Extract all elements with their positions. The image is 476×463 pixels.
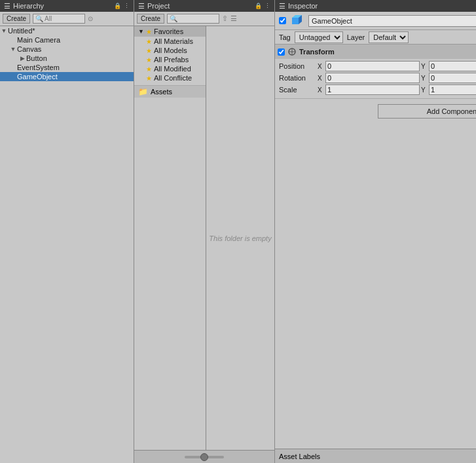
project-options-icon[interactable]: ⋮ bbox=[265, 3, 270, 9]
hierarchy-lock-toggle[interactable]: ⊙ bbox=[88, 15, 93, 22]
hierarchy-item-button[interactable]: ▶ Button bbox=[0, 54, 134, 63]
hierarchy-item-untitled[interactable]: ▼ Untitled* bbox=[0, 26, 134, 35]
inspector-title: Inspector bbox=[288, 2, 318, 10]
inspector-object-header: Static ▼ bbox=[275, 12, 476, 30]
hierarchy-search-icon: 🔍 bbox=[35, 15, 43, 22]
layer-select[interactable]: Default bbox=[369, 31, 409, 43]
favorites-item-4[interactable]: ★All Conflicte bbox=[134, 73, 206, 83]
assets-folder-icon: 📁 bbox=[138, 87, 148, 96]
hierarchy-panel: ☰ Hierarchy 🔒 ⋮ Create 🔍 ⊙ ▼ Untitled* bbox=[0, 0, 134, 463]
favorites-item-3[interactable]: ★All Modified bbox=[134, 64, 206, 73]
transform-title: Transform bbox=[299, 48, 335, 56]
label-canvas: Canvas bbox=[17, 45, 41, 53]
scale-x-input[interactable] bbox=[325, 84, 420, 95]
project-icon2[interactable]: ☰ bbox=[230, 14, 237, 23]
hierarchy-options-icon[interactable]: ⋮ bbox=[124, 3, 130, 9]
hierarchy-menu-icon[interactable]: ☰ bbox=[4, 2, 10, 10]
hierarchy-item-main-camera[interactable]: Main Camera bbox=[0, 35, 134, 45]
rotation-y-input[interactable] bbox=[429, 73, 476, 83]
scale-label: Scale bbox=[279, 86, 315, 94]
fav-star-4: ★ bbox=[146, 75, 152, 82]
svg-rect-0 bbox=[292, 18, 299, 24]
transform-active-checkbox[interactable] bbox=[278, 48, 285, 56]
assets-folder[interactable]: 📁 Assets bbox=[134, 85, 206, 98]
rotation-label: Rotation bbox=[279, 74, 315, 82]
favorites-item-0[interactable]: ★All Materials bbox=[134, 37, 206, 46]
inspector-menu-icon[interactable]: ☰ bbox=[279, 2, 285, 10]
label-main-camera: Main Camera bbox=[17, 36, 60, 44]
project-icon1[interactable]: ⇧ bbox=[222, 14, 228, 23]
rotation-y-label: Y bbox=[421, 75, 428, 82]
project-left-panel: ▼ ★ Favorites ★All Materials★All Models★… bbox=[134, 26, 206, 450]
hierarchy-lock-icon[interactable]: 🔒 bbox=[114, 3, 121, 9]
gameobject-active-checkbox[interactable] bbox=[279, 17, 286, 24]
fav-label-4: All Conflicte bbox=[154, 74, 192, 82]
rotation-xyz: X Y Z bbox=[318, 73, 476, 83]
project-title: Project bbox=[147, 2, 170, 10]
position-xyz: X Y Z bbox=[318, 61, 476, 71]
position-label: Position bbox=[279, 62, 315, 70]
assets-folder-label: Assets bbox=[151, 88, 172, 96]
gameobject-cube-icon bbox=[290, 14, 304, 28]
project-search-input[interactable] bbox=[179, 15, 217, 22]
hierarchy-create-button[interactable]: Create bbox=[3, 14, 30, 24]
inspector-footer: Asset Labels bbox=[275, 449, 476, 463]
fav-star-3: ★ bbox=[146, 65, 152, 73]
inspector-header: ☰ Inspector 🔒 ⋮ bbox=[275, 0, 476, 12]
gameobject-name-input[interactable] bbox=[308, 15, 476, 27]
position-x-input[interactable] bbox=[325, 61, 420, 71]
project-slider-thumb[interactable] bbox=[200, 453, 208, 461]
favorites-list: ★All Materials★All Models★All Prefabs★Al… bbox=[134, 37, 206, 83]
fav-star-0: ★ bbox=[146, 38, 152, 45]
project-create-button[interactable]: Create bbox=[137, 14, 164, 24]
hierarchy-title: Hierarchy bbox=[13, 2, 44, 10]
layer-label: Layer bbox=[347, 33, 365, 41]
hierarchy-item-canvas[interactable]: ▼ Canvas bbox=[0, 45, 134, 54]
favorites-label: Favorites bbox=[154, 28, 183, 35]
hierarchy-toolbar: Create 🔍 ⊙ bbox=[0, 12, 134, 26]
position-row: Position X Y Z bbox=[279, 61, 476, 71]
label-gameobject: GameObject bbox=[17, 73, 58, 81]
empty-folder-text: This folder is empty bbox=[209, 234, 271, 242]
tag-select[interactable]: Untagged bbox=[295, 31, 343, 43]
position-x-label: X bbox=[318, 63, 324, 70]
project-content: ▼ ★ Favorites ★All Materials★All Models★… bbox=[134, 26, 274, 450]
hierarchy-tree: ▼ Untitled* Main Camera ▼ Canvas ▶ Butto… bbox=[0, 26, 134, 463]
rotation-row: Rotation X Y Z bbox=[279, 73, 476, 83]
fav-label-0: All Materials bbox=[154, 37, 193, 45]
tag-layer-row: Tag Untagged Layer Default bbox=[275, 30, 476, 45]
project-footer bbox=[134, 450, 274, 463]
add-component-button[interactable]: Add Component bbox=[378, 104, 477, 119]
favorites-header[interactable]: ▼ ★ Favorites bbox=[134, 26, 206, 37]
project-toolbar: Create 🔍 ⇧ ☰ bbox=[134, 12, 274, 26]
label-eventsystem: EventSystem bbox=[17, 64, 60, 71]
rotation-x-input[interactable] bbox=[325, 73, 420, 83]
project-panel: ☰ Project 🔒 ⋮ Create 🔍 ⇧ ☰ ▼ ★ Favorit bbox=[134, 0, 275, 463]
favorites-item-2[interactable]: ★All Prefabs bbox=[134, 55, 206, 64]
hierarchy-item-gameobject[interactable]: GameObject bbox=[0, 72, 134, 81]
hierarchy-search-box: 🔍 bbox=[33, 14, 85, 24]
project-search-icon: 🔍 bbox=[170, 15, 177, 22]
favorites-star-icon: ★ bbox=[146, 28, 152, 35]
transform-component: Transform ⚙ ▼ Position X Y Z bbox=[275, 45, 476, 99]
scale-x-label: X bbox=[318, 86, 324, 94]
project-right-panel: This folder is empty bbox=[206, 26, 274, 450]
transform-header[interactable]: Transform ⚙ ▼ bbox=[275, 45, 476, 59]
scale-y-label: Y bbox=[421, 86, 428, 94]
hierarchy-search-input[interactable] bbox=[45, 15, 82, 22]
favorites-arrow: ▼ bbox=[138, 28, 144, 35]
project-lock-icon[interactable]: 🔒 bbox=[255, 3, 262, 9]
scale-row: Scale X Y Z bbox=[279, 84, 476, 95]
scale-y-input[interactable] bbox=[429, 84, 476, 95]
project-menu-icon[interactable]: ☰ bbox=[138, 2, 145, 10]
arrow-button: ▶ bbox=[18, 55, 26, 62]
rotation-x-label: X bbox=[318, 75, 324, 82]
label-button: Button bbox=[26, 54, 47, 62]
scale-xyz: X Y Z bbox=[318, 84, 476, 95]
favorites-item-1[interactable]: ★All Models bbox=[134, 46, 206, 55]
position-y-input[interactable] bbox=[429, 61, 476, 71]
fav-star-2: ★ bbox=[146, 56, 152, 64]
label-untitled: Untitled* bbox=[8, 27, 35, 35]
project-slider[interactable] bbox=[185, 456, 224, 458]
hierarchy-item-eventsystem[interactable]: EventSystem bbox=[0, 63, 134, 72]
